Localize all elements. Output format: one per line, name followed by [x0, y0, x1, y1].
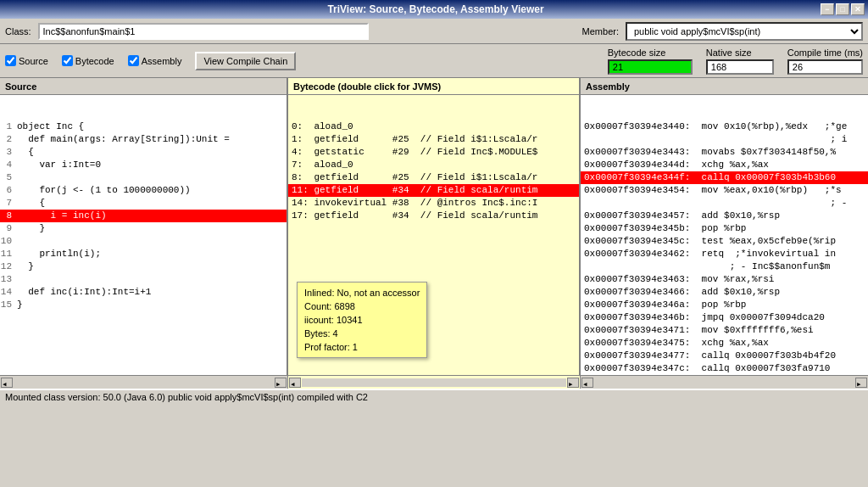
- bytecode-checkbox-label[interactable]: Bytecode: [62, 55, 114, 66]
- source-scrollbar[interactable]: ◂ ▸: [0, 376, 288, 389]
- line-code: }: [17, 222, 287, 235]
- assembly-line[interactable]: 0x00007f30394e3454: mov %eax,0x10(%rbp) …: [581, 184, 868, 197]
- bytecode-size-value: 21: [608, 59, 693, 75]
- assembly-line[interactable]: 0x00007f30394e3457: add $0x10,%rsp: [581, 210, 868, 222]
- metrics-bar: Source Bytecode Assembly View Compile Ch…: [0, 44, 868, 78]
- bytecode-checkbox[interactable]: [62, 55, 73, 66]
- assembly-line[interactable]: 0x00007f30394e344d: xchg %ax,%ax: [581, 159, 868, 171]
- line-code: }: [17, 299, 287, 311]
- bytecode-line[interactable]: 1: getfield #25 // Field i$1:Lscala/r: [288, 133, 579, 146]
- bytecode-line[interactable]: 0: aload_0: [288, 120, 579, 133]
- assembly-line[interactable]: 0x00007f30394e347c: callq 0x00007f303fa9…: [581, 362, 868, 375]
- line-number: 5: [0, 171, 17, 184]
- source-checkbox-label[interactable]: Source: [5, 55, 48, 66]
- panels-content: Source 1object Inc {2 def main(args: Arr…: [0, 78, 868, 375]
- scroll-right-btn[interactable]: ▸: [275, 378, 287, 388]
- class-toolbar: Class: Member: public void apply$mcVI$sp…: [0, 19, 868, 44]
- class-input[interactable]: [38, 23, 369, 40]
- source-line[interactable]: 6 for(j <- (1 to 1000000000)): [0, 184, 287, 197]
- assembly-line[interactable]: 0x00007f30394e3462: retq ;*invokevirtual…: [581, 248, 868, 260]
- assembly-line[interactable]: 0x00007f30394e344f: callq 0x00007f303b4b…: [581, 171, 868, 184]
- scroll-left-btn-2[interactable]: ◂: [289, 378, 301, 388]
- bytecode-panel-header: Bytecode (double click for JVMS): [288, 78, 579, 95]
- assembly-line[interactable]: 0x00007f30394e3463: mov %rax,%rsi: [581, 273, 868, 286]
- source-line[interactable]: 13: [0, 273, 287, 286]
- assembly-line[interactable]: 0x00007f30394e345b: pop %rbp: [581, 222, 868, 235]
- tooltip-line3: iicount: 10341: [304, 313, 420, 327]
- line-code: for(j <- (1 to 1000000000)): [17, 184, 287, 197]
- scroll-left-btn-3[interactable]: ◂: [581, 378, 593, 388]
- source-line[interactable]: 8 i = inc(i): [0, 210, 287, 222]
- line-number: 2: [0, 133, 17, 146]
- source-line[interactable]: 9 }: [0, 222, 287, 235]
- source-line[interactable]: 1object Inc {: [0, 120, 287, 133]
- compile-time-group: Compile time (ms) 26: [787, 48, 863, 75]
- source-panel-header: Source: [0, 78, 287, 95]
- source-line[interactable]: 4 var i:Int=0: [0, 159, 287, 171]
- assembly-checkbox[interactable]: [128, 55, 139, 66]
- line-number: 9: [0, 222, 17, 235]
- line-number: 15: [0, 299, 17, 311]
- line-code: [17, 273, 287, 286]
- scroll-right-btn-3[interactable]: ▸: [855, 378, 867, 388]
- assembly-checkbox-label[interactable]: Assembly: [128, 55, 182, 66]
- line-code: def inc(i:Int):Int=i+1: [17, 286, 287, 299]
- compile-time-label: Compile time (ms): [787, 48, 863, 58]
- source-line[interactable]: 2 def main(args: Array[String]):Unit =: [0, 133, 287, 146]
- assembly-line[interactable]: 0x00007f30394e346a: pop %rbp: [581, 299, 868, 311]
- source-line[interactable]: 12 }: [0, 260, 287, 273]
- source-panel-content[interactable]: 1object Inc {2 def main(args: Array[Stri…: [0, 95, 287, 375]
- bytecode-line[interactable]: 14: invokevirtual #38 // @intros Inc$.in…: [288, 197, 579, 210]
- source-line[interactable]: 15}: [0, 299, 287, 311]
- assembly-panel: Assembly 0x00007f30394e3440: mov 0x10(%r…: [581, 78, 868, 375]
- assembly-line[interactable]: 0x00007f30394e3471: mov $0xfffffff6,%esi: [581, 324, 868, 337]
- bytecode-line[interactable]: 4: getstatic #29 // Field Inc$.MODULE$: [288, 146, 579, 159]
- compile-time-value: 26: [787, 59, 863, 75]
- bytecode-line[interactable]: 17: getfield #34 // Field scala/runtim: [288, 210, 579, 222]
- assembly-line[interactable]: 0x00007f30394e346b: jmpq 0x00007f3094dca…: [581, 311, 868, 324]
- bytecode-line[interactable]: 11: getfield #34 // Field scala/runtim: [288, 184, 579, 197]
- close-button[interactable]: ✕: [851, 3, 865, 15]
- source-line[interactable]: 10: [0, 235, 287, 248]
- assembly-line[interactable]: ; - Inc$$anonfun$m: [581, 260, 868, 273]
- assembly-line[interactable]: 0x00007f30394e3477: callq 0x00007f303b4b…: [581, 350, 868, 362]
- line-number: 8: [0, 210, 17, 222]
- tooltip-line4: Bytes: 4: [304, 327, 420, 340]
- member-select[interactable]: public void apply$mcVI$sp(int): [626, 22, 863, 41]
- native-size-value: 168: [706, 59, 774, 75]
- assembly-panel-header: Assembly: [581, 78, 868, 95]
- line-number: 12: [0, 260, 17, 273]
- view-compile-chain-button[interactable]: View Compile Chain: [195, 52, 296, 70]
- native-size-group: Native size 168: [706, 48, 774, 75]
- bytecode-line[interactable]: 7: aload_0: [288, 159, 579, 171]
- assembly-line[interactable]: ; -: [581, 197, 868, 210]
- scroll-right-btn-2[interactable]: ▸: [567, 378, 579, 388]
- source-line[interactable]: 3 {: [0, 146, 287, 159]
- source-line[interactable]: 14 def inc(i:Int):Int=i+1: [0, 286, 287, 299]
- line-number: 13: [0, 273, 17, 286]
- assembly-line[interactable]: 0x00007f30394e3466: add $0x10,%rsp: [581, 286, 868, 299]
- assembly-line[interactable]: 0x00007f30394e3475: xchg %ax,%ax: [581, 337, 868, 350]
- minimize-button[interactable]: −: [821, 3, 834, 15]
- assembly-line[interactable]: ; i: [581, 133, 868, 146]
- line-code: def main(args: Array[String]):Unit =: [17, 133, 287, 146]
- assembly-line[interactable]: 0x00007f30394e3440: mov 0x10(%rbp),%edx …: [581, 120, 868, 133]
- assembly-line[interactable]: 0x00007f30394e3443: movabs $0x7f3034148f…: [581, 146, 868, 159]
- line-code: [17, 171, 287, 184]
- bytecode-line[interactable]: 8: getfield #25 // Field i$1:Lscala/r: [288, 171, 579, 184]
- assembly-line[interactable]: 0x00007f30394e345c: test %eax,0x5cfeb9e(…: [581, 235, 868, 248]
- panels-row: Source 1object Inc {2 def main(args: Arr…: [0, 78, 868, 389]
- scroll-left-btn[interactable]: ◂: [1, 378, 13, 388]
- bytecode-scrollbar[interactable]: ◂ ▸: [288, 376, 581, 389]
- maximize-button[interactable]: □: [836, 3, 849, 15]
- source-checkbox[interactable]: [5, 55, 16, 66]
- source-line[interactable]: 7 {: [0, 197, 287, 210]
- source-line[interactable]: 11 println(i);: [0, 248, 287, 260]
- line-code: var i:Int=0: [17, 159, 287, 171]
- source-line[interactable]: 5: [0, 171, 287, 184]
- assembly-scrollbar[interactable]: ◂ ▸: [581, 376, 868, 389]
- status-bar: Mounted class version: 50.0 (Java 6.0) p…: [0, 389, 868, 404]
- line-number: 7: [0, 197, 17, 210]
- assembly-panel-content[interactable]: 0x00007f30394e3440: mov 0x10(%rbp),%edx …: [581, 95, 868, 375]
- line-number: 1: [0, 120, 17, 133]
